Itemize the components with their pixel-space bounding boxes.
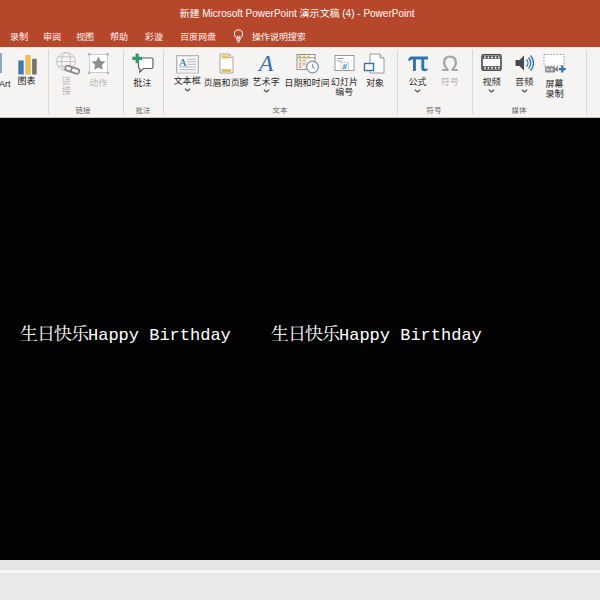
svg-text:A: A (257, 53, 274, 73)
svg-text:A: A (179, 57, 187, 68)
svg-text:#: # (342, 62, 347, 71)
